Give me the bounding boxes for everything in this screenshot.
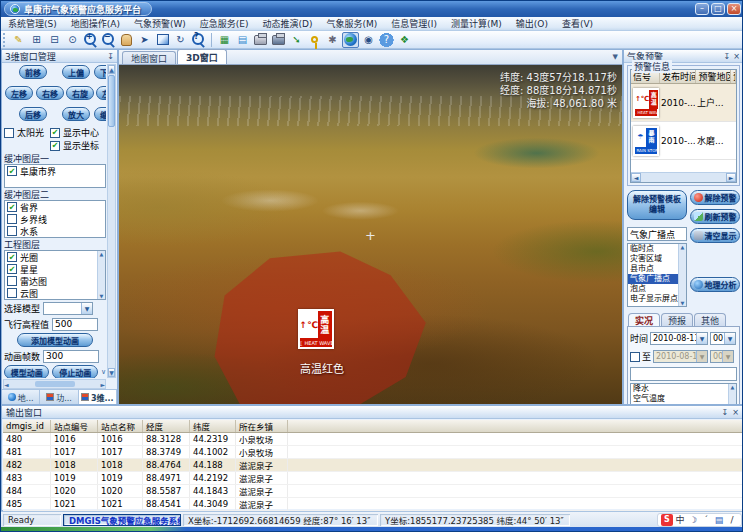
heat-wave-warning-icon[interactable]: ↑℃ 高温 红 HEAT WAVE [298, 309, 334, 349]
help-icon[interactable]: ? [378, 32, 395, 48]
scroll-down-icon[interactable]: ▼ [100, 293, 104, 299]
scroll-up-icon[interactable]: ▲ [731, 384, 735, 390]
frame-count-input[interactable] [43, 350, 99, 363]
date-combo[interactable]: 2010-08-13 ▼ [650, 332, 708, 345]
warning-row-rain[interactable]: ☂ 暴雨 蓝 RAIN STORM 2010-... 水磨... [631, 122, 736, 160]
zoom-in-icon[interactable]: + [82, 32, 99, 48]
table-row[interactable]: 4811017101788.374944.1002小泉牧场 [3, 446, 742, 459]
full-extent-icon[interactable] [154, 32, 171, 48]
zoom-window-icon[interactable]: ⊞ [28, 32, 45, 48]
layer-checkbox[interactable] [7, 202, 17, 212]
list-item[interactable]: 雷达图 [5, 275, 105, 287]
combo-dropdown-icon[interactable]: ▼ [722, 351, 733, 362]
restore-button[interactable]: □ [711, 3, 725, 15]
tab-list-dropdown-icon[interactable]: ▼ [613, 53, 618, 61]
point-type-display[interactable]: 气象广播点 [627, 227, 687, 241]
tab-function-panel[interactable]: 功... [40, 390, 78, 404]
list-scrollbar[interactable]: ▲ ▼ [97, 251, 105, 299]
scroll-down-icon[interactable]: ▼ [681, 300, 685, 306]
print-icon[interactable] [252, 32, 269, 48]
tab-map-window[interactable]: 地图窗口 [122, 51, 176, 64]
to-date-combo[interactable]: 2010-08-13 ▼ [653, 350, 708, 363]
add-model-anim-button[interactable]: 添加模型动画 [17, 333, 93, 347]
remove-warning-template-button[interactable]: 解除预警模板编辑 [627, 190, 687, 220]
edit-pencil-icon[interactable]: ✎ [10, 32, 27, 48]
eye-icon[interactable]: ◉ [360, 32, 377, 48]
move-back-button[interactable]: 后移 [19, 107, 47, 121]
menu-map-ops[interactable]: 地图操作(A) [64, 17, 127, 30]
settings-gear-icon[interactable]: ✱ [324, 32, 341, 48]
menu-emergency[interactable]: 应急服务(E) [193, 17, 256, 30]
minimize-button[interactable]: – [695, 3, 709, 15]
zoom-select-icon[interactable]: ⊙ [64, 32, 81, 48]
layer-checkbox[interactable] [7, 264, 17, 274]
layer-checkbox[interactable] [7, 288, 17, 298]
model-anim-button[interactable]: 模型动画 [4, 365, 49, 378]
image-icon[interactable]: ▤ [234, 32, 251, 48]
refresh-warning-button[interactable]: 刷新预警 [690, 209, 740, 224]
move-left-button[interactable]: 左移 [5, 86, 33, 100]
list-item[interactable]: 降水 [631, 384, 736, 394]
pin-icon[interactable]: ↧ [722, 408, 729, 417]
sogou-icon[interactable]: S [661, 514, 673, 526]
close-button[interactable]: × [727, 3, 741, 15]
tilt-up-button[interactable]: 上偏 [62, 65, 90, 79]
combo-dropdown-icon[interactable]: ▼ [696, 351, 707, 362]
toolbar-grip[interactable] [3, 33, 6, 47]
rotate-right-button[interactable]: 右旋 [66, 86, 94, 100]
list-item[interactable]: 云图 [5, 287, 105, 299]
menu-view[interactable]: 查看(V) [555, 17, 600, 30]
tilt-down-button[interactable]: 下俯 [94, 65, 106, 79]
list-scrollbar[interactable]: ▲ ▼ [678, 244, 686, 306]
punctuation-icon[interactable]: ˊ [700, 514, 712, 526]
menu-info[interactable]: 信息管理(I) [384, 17, 444, 30]
scrollbar-thumb[interactable] [35, 381, 75, 387]
layer-checkbox[interactable] [7, 226, 17, 236]
zoom-in-button[interactable]: 放大 [62, 107, 90, 121]
pin-icon[interactable]: ↧ [724, 52, 731, 61]
model-select-combo[interactable]: ▼ [43, 302, 93, 315]
draw-arrow-icon[interactable]: ➘ [288, 32, 305, 48]
tab-3d-panel[interactable]: 3维... [79, 390, 117, 404]
close-icon[interactable]: × [732, 408, 739, 417]
remove-warning-button[interactable]: 解除预警 [690, 190, 740, 205]
scroll-up-icon[interactable]: ▲ [108, 65, 115, 74]
list-item[interactable]: 光圈 [5, 251, 105, 263]
warning-table-hscrollbar[interactable]: ◄ ► [631, 172, 736, 182]
tab-3d-window[interactable]: 3D窗口 [177, 49, 227, 64]
move-forward-button[interactable]: 前移 [19, 65, 47, 79]
scroll-right-icon[interactable]: ► [100, 381, 105, 388]
show-center-checkbox[interactable] [50, 128, 60, 138]
tab-realtime[interactable]: 实况 [628, 313, 660, 326]
scroll-up-icon[interactable]: ▲ [100, 251, 104, 257]
table-row[interactable]: 4831019101988.497144.2192滋泥泉子 [3, 472, 742, 485]
show-coords-checkbox[interactable] [50, 141, 60, 151]
menu-weather-service[interactable]: 气象服务(M) [320, 17, 385, 30]
hour-combo[interactable]: 00 ▼ [710, 332, 736, 345]
scroll-left-icon[interactable]: ◄ [631, 173, 641, 182]
layer-checkbox[interactable] [7, 214, 17, 224]
pan-hand-icon[interactable] [118, 32, 135, 48]
sunlight-checkbox[interactable] [4, 128, 14, 138]
list-item[interactable]: 空气温度 [631, 394, 736, 404]
zoom-out-button[interactable]: 缩小 [94, 107, 106, 121]
scroll-up-icon[interactable]: ▲ [681, 244, 685, 250]
table-row[interactable]: 4851021102188.454144.3049滋泥泉子 [3, 498, 742, 511]
scroll-right-icon[interactable]: ► [726, 173, 736, 182]
element-filter-box[interactable] [630, 367, 737, 381]
key-icon[interactable] [306, 32, 323, 48]
geo-analysis-button[interactable]: 地理分析 [690, 277, 740, 292]
list-item[interactable]: 乡界线 [5, 213, 105, 225]
identify-icon[interactable]: ? [190, 32, 207, 48]
zoom-out-icon[interactable]: − [100, 32, 117, 48]
tab-map-panel[interactable]: 地... [2, 390, 40, 404]
pointer-arrow-icon[interactable]: ➤ [136, 32, 153, 48]
moon-icon[interactable]: ☽ [687, 514, 699, 526]
flight-height-input[interactable] [52, 318, 98, 331]
scroll-down-icon[interactable]: ▼ [108, 368, 115, 377]
chevron-down-icon[interactable]: ∨ [101, 368, 106, 376]
list-item[interactable]: 省界 [5, 201, 105, 213]
clear-display-button[interactable]: 清空显示 [690, 228, 740, 243]
input-mode-icon[interactable]: 中 [674, 514, 686, 526]
menu-dynamic[interactable]: 动态推演(D) [256, 17, 320, 30]
